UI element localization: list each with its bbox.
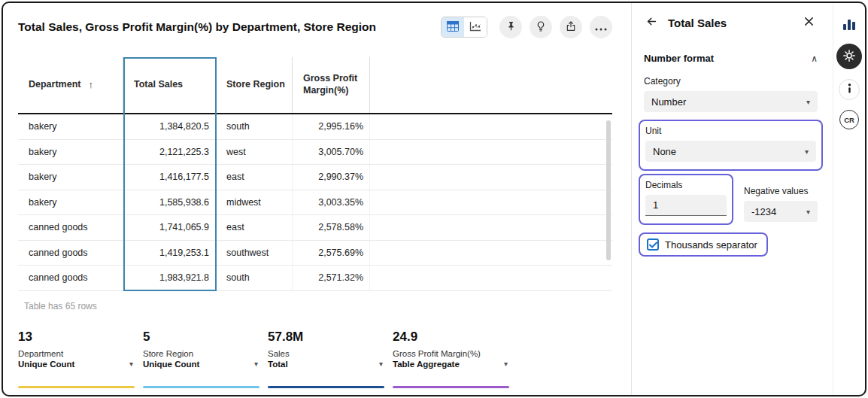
bar-chart-icon (842, 17, 857, 34)
card-accent-bar (393, 386, 509, 388)
cell-gross-profit[interactable]: 3,005.70% (293, 140, 370, 165)
main-header: Total Sales, Gross Profit Margin(%) by D… (3, 3, 631, 51)
pin-button[interactable] (499, 16, 522, 38)
main-area: Total Sales, Gross Profit Margin(%) by D… (3, 3, 631, 395)
info-button[interactable] (839, 79, 860, 100)
cell-empty (370, 114, 612, 139)
back-arrow-icon (645, 15, 658, 30)
card-label: Sales (268, 349, 384, 358)
table-row: bakery 2,121,225.3 west 3,005.70% (18, 140, 612, 166)
cell-store-region[interactable]: south (216, 266, 293, 290)
cell-gross-profit[interactable]: 2,990.37% (293, 165, 370, 190)
cell-total-sales[interactable]: 1,384,820.5 (123, 114, 216, 139)
cell-department[interactable]: canned goods (18, 215, 123, 240)
unit-select[interactable]: None ▾ (645, 141, 816, 162)
table-view-button[interactable] (442, 17, 464, 37)
share-button[interactable] (560, 16, 582, 38)
summary-cards: 13 Department Unique Count ▾ 5 Store Reg… (18, 330, 631, 388)
summary-card-gross-profit[interactable]: 24.9 Gross Profit Margin(%) Table Aggreg… (393, 330, 509, 388)
table-row: bakery 1,585,938.6 midwest 3,003.35% (18, 190, 612, 216)
cell-store-region[interactable]: south (216, 114, 293, 139)
cell-total-sales[interactable]: 1,419,253.1 (123, 241, 216, 266)
cell-total-sales[interactable]: 1,983,921.8 (123, 266, 216, 290)
summary-card-store-region[interactable]: 5 Store Region Unique Count ▾ (143, 330, 259, 388)
app-window: Total Sales, Gross Profit Margin(%) by D… (2, 2, 866, 396)
cell-department[interactable]: canned goods (18, 241, 123, 266)
thousands-separator-label: Thousands separator (665, 239, 757, 251)
cell-store-region[interactable]: west (216, 140, 293, 165)
cell-gross-profit[interactable]: 2,575.69% (293, 241, 370, 266)
cell-total-sales[interactable]: 2,121,225.3 (123, 140, 216, 165)
chevron-down-icon[interactable]: ▾ (254, 360, 259, 368)
category-select[interactable]: Number ▾ (644, 91, 818, 112)
chevron-down-icon: ▾ (806, 98, 810, 106)
summary-card-department[interactable]: 13 Department Unique Count ▾ (18, 330, 135, 388)
lightbulb-icon (535, 20, 547, 35)
cell-store-region[interactable]: midwest (216, 190, 293, 215)
right-rail: CR (833, 3, 865, 395)
card-aggregate: Total (268, 360, 288, 369)
column-header-gross-profit[interactable]: Gross Profit Margin(%) (293, 57, 370, 113)
decimals-label: Decimals (645, 180, 727, 190)
thousands-checkbox[interactable] (647, 238, 659, 251)
summary-card-sales[interactable]: 57.8M Sales Total ▾ (268, 330, 384, 388)
close-icon (804, 17, 814, 29)
card-label: Store Region (143, 349, 259, 358)
chevron-down-icon[interactable]: ▾ (504, 360, 509, 368)
cell-store-region[interactable]: east (216, 165, 293, 190)
cell-store-region[interactable]: east (216, 215, 293, 240)
chevron-down-icon[interactable]: ▾ (379, 360, 384, 368)
cell-store-region[interactable]: southwest (216, 241, 293, 266)
back-button[interactable] (641, 12, 662, 33)
cell-department[interactable]: bakery (18, 190, 123, 215)
table-header-row: Department ↑ Total Sales Store Region Gr… (18, 57, 612, 114)
collapse-section-icon[interactable]: ∧ (811, 53, 818, 64)
negative-values-value: -1234 (751, 206, 776, 217)
cell-department[interactable]: bakery (18, 140, 123, 165)
category-label: Category (644, 76, 818, 87)
cell-department[interactable]: bakery (18, 114, 123, 139)
card-accent-bar (268, 386, 384, 388)
more-options-button[interactable] (590, 16, 612, 38)
table-row: canned goods 1,983,921.8 south 2,571.32% (18, 266, 612, 291)
avatar[interactable]: CR (839, 110, 859, 129)
column-header-store-region[interactable]: Store Region (216, 57, 293, 113)
column-header-department[interactable]: Department ↑ (18, 57, 123, 113)
negative-values-select[interactable]: -1234 ▾ (744, 201, 818, 222)
cell-gross-profit[interactable]: 2,995.16% (293, 114, 370, 139)
chevron-down-icon[interactable]: ▾ (129, 360, 135, 368)
cell-gross-profit[interactable]: 3,003.35% (293, 190, 370, 215)
cell-total-sales[interactable]: 1,416,177.5 (123, 165, 216, 190)
cell-department[interactable]: bakery (18, 165, 123, 190)
table-row: bakery 1,384,820.5 south 2,995.16% (18, 114, 612, 140)
card-aggregate: Table Aggregate (393, 360, 460, 369)
close-panel-button[interactable] (798, 12, 819, 33)
elements-panel-button[interactable] (842, 17, 857, 34)
number-format-section-header: Number format ∧ (644, 53, 818, 64)
page-title: Total Sales, Gross Profit Margin(%) by D… (18, 20, 376, 34)
negative-values-group: Negative values -1234 ▾ (744, 171, 818, 222)
settings-button[interactable] (836, 44, 862, 69)
chart-view-button[interactable] (464, 17, 487, 37)
cell-empty (370, 215, 612, 240)
cell-department[interactable]: canned goods (18, 266, 123, 290)
cell-gross-profit[interactable]: 2,571.32% (293, 266, 370, 290)
column-header-total-sales[interactable]: Total Sales (123, 57, 216, 113)
sort-asc-icon[interactable]: ↑ (88, 79, 93, 91)
cell-total-sales[interactable]: 1,585,938.6 (123, 190, 216, 215)
unit-highlight-box: Unit None ▾ (639, 120, 823, 171)
table-scrollbar[interactable] (606, 120, 611, 260)
cell-total-sales[interactable]: 1,741,065.9 (123, 215, 216, 240)
view-toggle-group (441, 17, 487, 38)
cell-gross-profit[interactable]: 2,578.58% (293, 215, 370, 240)
card-value: 5 (143, 330, 259, 345)
chart-icon (469, 21, 481, 34)
card-value: 57.8M (268, 330, 384, 345)
table-grid-icon (447, 21, 459, 34)
table-row: canned goods 1,741,065.9 east 2,578.58% (18, 215, 612, 241)
column-label: Department (29, 79, 80, 91)
decimals-input[interactable] (645, 195, 727, 216)
category-value: Number (651, 96, 686, 108)
cell-empty (370, 165, 612, 190)
insights-button[interactable] (530, 16, 552, 38)
